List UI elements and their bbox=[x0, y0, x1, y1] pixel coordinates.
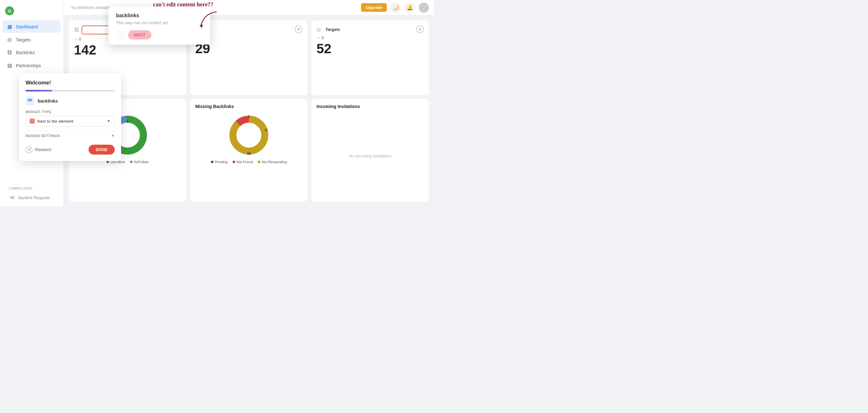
sidebar-item-dashboard[interactable]: ▦ Dashboard bbox=[3, 21, 61, 33]
add-targets-3-button[interactable]: + bbox=[416, 26, 424, 33]
design-settings-chevron: ▼ bbox=[111, 134, 115, 138]
sidebar-nav: ▦ Dashboard ◎ Targets ⛓ Backlinks ▤ Part… bbox=[0, 21, 63, 72]
stat-card-title-row-3: ◎ Targets bbox=[316, 27, 340, 32]
sidebar-item-label: Partnerships bbox=[16, 63, 41, 68]
upgrade-button[interactable]: Upgrade bbox=[361, 3, 387, 12]
sidebar-item-backlinks[interactable]: ⛓ Backlinks bbox=[3, 46, 61, 59]
focus-icon bbox=[28, 99, 32, 103]
invitations-card: Incoming Invitations No incoming invitat… bbox=[311, 99, 429, 201]
dashboard-icon: ▦ bbox=[6, 24, 13, 30]
sidebar-logo: G bbox=[0, 4, 63, 21]
sidebar-footer-label: Backlink Requests bbox=[19, 196, 50, 200]
widget-type-label: Widget type bbox=[26, 110, 115, 114]
pending-label: Pending bbox=[215, 160, 227, 164]
invitations-title: Incoming Invitations bbox=[316, 104, 360, 109]
tour-popup-title: backlinks bbox=[116, 13, 203, 19]
sidebar-item-label: Dashboard bbox=[16, 24, 38, 29]
svg-text:8: 8 bbox=[265, 128, 267, 132]
no-invitations-text: No incoming invitations bbox=[349, 154, 392, 158]
sidebar-item-backlink-requests[interactable]: ✉ Backlink Requests bbox=[5, 192, 58, 204]
svg-text:6: 6 bbox=[127, 120, 129, 123]
backlinks-icon: ⛓ bbox=[6, 50, 13, 56]
not-responding-dot bbox=[258, 161, 260, 163]
design-settings-label: DESIGN SETTINGS bbox=[26, 134, 60, 138]
widget-name-label: backlinks bbox=[38, 98, 58, 103]
widget-type-select[interactable]: Next to the element ▼ bbox=[26, 116, 115, 127]
tour-popup-body: This step has no content yet bbox=[116, 21, 203, 25]
design-settings-row[interactable]: DESIGN SETTINGS ▼ bbox=[26, 131, 115, 140]
missing-legend: Pending Not Found Not Responding bbox=[211, 160, 287, 164]
svg-rect-12 bbox=[29, 100, 31, 102]
stat-change-3: → 0 bbox=[316, 36, 424, 40]
welcome-progress-bar bbox=[26, 90, 115, 91]
nofollow-label: NoFollow bbox=[134, 160, 149, 164]
reselect-label: Reselect bbox=[35, 147, 51, 152]
stat-number-backlinks: 142 bbox=[74, 43, 181, 57]
chart-title-missing: Missing Backlinks bbox=[195, 104, 303, 109]
reselect-button[interactable]: ↺ Reselect bbox=[26, 146, 51, 153]
tour-next-button[interactable]: NEXT bbox=[128, 30, 151, 39]
chevron-down-icon: ▼ bbox=[107, 119, 111, 123]
legend-pending: Pending bbox=[211, 160, 227, 164]
not-responding-label: Not Responding bbox=[261, 160, 287, 164]
notifications-icon[interactable]: 🔔 bbox=[405, 3, 415, 13]
stat-number-3: 52 bbox=[316, 41, 424, 56]
reselect-icon: ↺ bbox=[26, 146, 32, 153]
tour-popup: backlinks This step has no content yet ←… bbox=[108, 6, 210, 44]
legend-not-responding: Not Responding bbox=[258, 160, 287, 164]
widget-type-icon bbox=[30, 119, 35, 124]
svg-point-4 bbox=[233, 119, 265, 151]
dark-mode-toggle[interactable]: 🌙 bbox=[391, 3, 401, 13]
nofollow-dot bbox=[130, 161, 132, 163]
avatar[interactable] bbox=[419, 3, 429, 13]
svg-text:0: 0 bbox=[248, 115, 250, 119]
mail-icon: ✉ bbox=[9, 195, 15, 201]
link-icon: ⛓ bbox=[74, 27, 79, 33]
welcome-panel: Welcome! backlinks Widget type Next to t… bbox=[19, 73, 121, 161]
chart-card-missing: Missing Backlinks 0 8 59 Pending bbox=[190, 99, 308, 201]
coming-soon-label: COMING SOON bbox=[5, 186, 58, 192]
tour-back-button[interactable]: ← bbox=[116, 31, 125, 39]
target-icon-3: ◎ bbox=[316, 27, 321, 32]
svg-text:59: 59 bbox=[247, 152, 251, 156]
pending-dot bbox=[211, 161, 214, 163]
widget-type-value: Next to the element bbox=[37, 119, 104, 124]
sidebar-item-label: Backlinks bbox=[16, 50, 35, 55]
sidebar-item-label: Targets bbox=[16, 37, 31, 42]
legend-nofollow: NoFollow bbox=[130, 160, 149, 164]
stat-number-2: 29 bbox=[195, 41, 303, 56]
welcome-progress-fill bbox=[26, 90, 52, 91]
panel-footer: ↺ Reselect DONE bbox=[26, 145, 115, 155]
tour-popup-nav: ← NEXT bbox=[116, 30, 203, 39]
widget-item-row: backlinks bbox=[26, 97, 115, 105]
widget-item-icon bbox=[26, 97, 34, 105]
welcome-title: Welcome! bbox=[26, 80, 115, 86]
no-definitions-text: No definitions available. bbox=[71, 5, 112, 10]
add-targets-button[interactable]: + bbox=[295, 26, 302, 33]
stat-card-title-3: Targets bbox=[326, 27, 340, 32]
missing-backlinks-donut-chart: 0 8 59 bbox=[226, 113, 271, 157]
logo-icon: G bbox=[5, 6, 14, 15]
partnerships-icon: ▤ bbox=[6, 62, 13, 68]
targets-icon: ◎ bbox=[6, 37, 13, 43]
not-found-label: Not Found bbox=[237, 160, 253, 164]
stat-change-2: → 0 bbox=[195, 36, 303, 40]
done-button[interactable]: DONE bbox=[89, 145, 115, 155]
not-found-dot bbox=[232, 161, 235, 163]
legend-not-found: Not Found bbox=[232, 160, 253, 164]
sidebar-item-targets[interactable]: ◎ Targets bbox=[3, 33, 61, 46]
stat-card-targets-3: ◎ Targets + → 0 52 bbox=[311, 21, 429, 95]
dofollow-dot bbox=[106, 161, 109, 163]
sidebar-item-partnerships[interactable]: ▤ Partnerships bbox=[3, 59, 61, 72]
